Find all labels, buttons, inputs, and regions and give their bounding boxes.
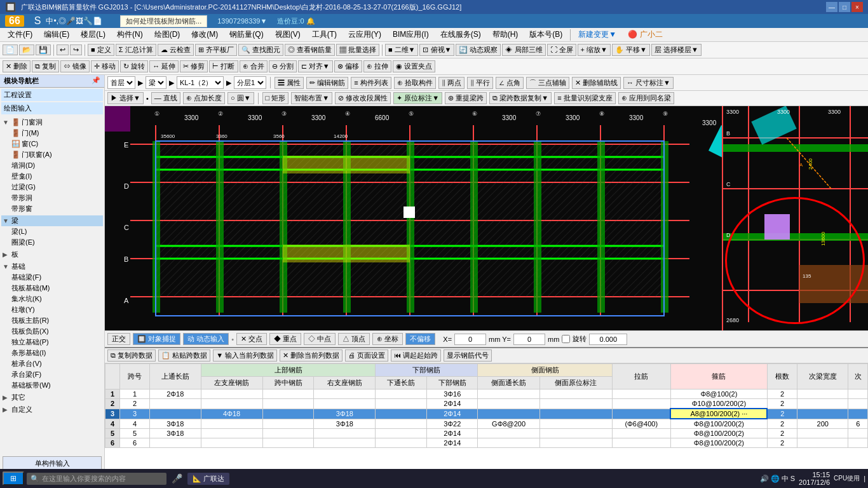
tree-slab[interactable]: ▶ 板 xyxy=(1,249,103,260)
fullscreen-btn[interactable]: ⛶ 全屏 xyxy=(547,44,576,56)
cell-side-cont-5[interactable] xyxy=(478,429,539,438)
intersection-snap[interactable]: ✕ 交点 xyxy=(236,333,267,345)
cell-stirrup-4[interactable]: Φ8@100/200(2) xyxy=(670,419,767,429)
cell-next-5[interactable] xyxy=(848,429,868,438)
cell-mid-3[interactable] xyxy=(262,409,314,419)
delete-btn[interactable]: ✕ 删除 xyxy=(3,60,31,72)
merge-btn[interactable]: ⊕ 合并 xyxy=(240,60,268,72)
tree-raft-foundation[interactable]: 筏板基础(M) xyxy=(1,283,103,294)
cell-stirrup-6[interactable]: Φ8@100/200(2) xyxy=(670,438,767,448)
cell-tie-1[interactable] xyxy=(612,390,670,399)
redo-btn[interactable]: ↪ xyxy=(70,44,82,55)
add-length-btn[interactable]: ⊕ 点加长度 xyxy=(183,92,225,104)
cloud-check-btn[interactable]: ☁ 云检查 xyxy=(158,44,194,56)
pull-btn[interactable]: ⊕ 拉伸 xyxy=(363,60,391,72)
cell-span-1[interactable]: 1 xyxy=(119,390,149,399)
original-label-btn[interactable]: ✦ 原位标注▼ xyxy=(393,92,442,104)
floor-select[interactable]: 首层 xyxy=(107,76,135,89)
dynamic-view-btn[interactable]: 🔄 动态观察 xyxy=(456,44,501,56)
raise-beam-btn[interactable]: ⊛ 重提梁跨 xyxy=(445,92,487,104)
cell-side-orig-2[interactable] xyxy=(539,399,612,409)
x-input[interactable] xyxy=(454,334,486,345)
open-btn[interactable]: 📂 xyxy=(19,44,34,55)
cell-next-1[interactable] xyxy=(848,390,868,399)
cell-side-cont-6[interactable] xyxy=(478,438,539,448)
menu-rebar-qty[interactable]: 钢筋量(Q) xyxy=(224,28,268,41)
smart-layout-btn[interactable]: 智能布置▼ xyxy=(291,92,332,104)
component-list-btn[interactable]: ≡ 构件列表 xyxy=(351,77,391,89)
extend-btn[interactable]: ↔ 延伸 xyxy=(149,60,179,72)
tree-custom[interactable]: ▶自定义 xyxy=(1,404,103,415)
cell-right-seat-1[interactable] xyxy=(314,390,376,399)
menu-cloud[interactable]: 云应用(Y) xyxy=(343,28,386,41)
modify-stage-btn[interactable]: ⊘ 修改改段属性 xyxy=(335,92,391,104)
cell-right-seat-6[interactable] xyxy=(314,438,376,448)
search-bar[interactable]: 🔍 在这里输入你要搜索的内容 xyxy=(27,473,166,485)
select-layer-btn[interactable]: 层 选择楼层▼ xyxy=(651,44,702,56)
cell-side-orig-6[interactable] xyxy=(539,438,612,448)
cell-beam-width-6[interactable] xyxy=(797,438,848,448)
cell-bot-steel-1[interactable]: 3Φ16 xyxy=(426,390,478,399)
menu-new-change[interactable]: 新建变更▼ xyxy=(573,28,621,41)
undo-btn[interactable]: ↩ xyxy=(57,44,69,55)
tree-beam[interactable]: ▼ 梁 xyxy=(1,215,103,226)
midpoint-snap[interactable]: ◇ 中点 xyxy=(304,333,336,345)
copy-span-data-btn[interactable]: ⧉ 复制跨数据 xyxy=(107,349,156,362)
tree-band-window[interactable]: 带形窗 xyxy=(1,203,103,214)
tree-raft-main-rebar[interactable]: 筏板主筋(R) xyxy=(1,315,103,326)
tree-door-window-combo[interactable]: 🚪门联窗(A) xyxy=(1,149,103,160)
show-desktop-btn[interactable]: | xyxy=(864,475,865,482)
cell-top-cont-2[interactable] xyxy=(150,399,201,409)
tree-raft-neg-rebar[interactable]: 筏板负筋(X) xyxy=(1,326,103,337)
menu-component[interactable]: 构件(N) xyxy=(112,28,148,41)
menu-file[interactable]: 文件(F) xyxy=(3,28,37,41)
tree-beam-l[interactable]: 梁(L) xyxy=(1,226,103,237)
cell-right-seat-2[interactable] xyxy=(314,399,376,409)
line-btn[interactable]: — 直线 xyxy=(151,92,180,104)
cell-count-1[interactable]: 2 xyxy=(767,390,797,399)
cell-tie-5[interactable] xyxy=(612,429,670,438)
cell-stirrup-2[interactable]: Φ10@100/200(2) xyxy=(670,399,767,409)
split-btn[interactable]: ⊖ 分割 xyxy=(269,60,297,72)
break-btn[interactable]: ⊢ 打断 xyxy=(209,60,238,72)
tree-window[interactable]: 🪟窗(C) xyxy=(1,139,103,149)
tree-foundation-beam[interactable]: 基础梁(F) xyxy=(1,272,103,283)
menu-floor[interactable]: 楼层(L) xyxy=(76,28,111,41)
sum-calc-btn[interactable]: Σ 汇总计算 xyxy=(116,44,156,56)
cell-bot-cont-2[interactable] xyxy=(376,399,427,409)
vertex-snap[interactable]: △ 顶点 xyxy=(338,333,370,345)
start-button[interactable]: ⊞ xyxy=(3,471,24,485)
menu-version[interactable]: 版本号(B) xyxy=(524,28,567,41)
cell-bot-cont-4[interactable] xyxy=(376,419,427,429)
define-btn[interactable]: ■ 定义 xyxy=(88,44,114,56)
cell-beam-width-2[interactable] xyxy=(797,399,848,409)
cell-beam-width-3[interactable] xyxy=(797,409,848,419)
tree-sump[interactable]: 集水坑(K) xyxy=(1,294,103,304)
tree-wall-hole[interactable]: 墙洞(D) xyxy=(1,160,103,171)
view-rebar-btn[interactable]: ◎ 查看钢筋量 xyxy=(285,44,335,56)
parallel-btn[interactable]: ∥ 平行 xyxy=(467,77,493,89)
rotate-input[interactable] xyxy=(589,334,627,345)
cell-side-cont-1[interactable] xyxy=(478,390,539,399)
rotate-btn[interactable]: ↻ 旋转 xyxy=(120,60,148,72)
cad-canvas[interactable]: 3300 3300 3300 6600 3300 3300 3300 E D C… xyxy=(105,106,868,330)
tree-niche[interactable]: 壁龛(I) xyxy=(1,171,103,182)
edit-rebar-btn[interactable]: ✏ 编辑钢筋 xyxy=(306,77,348,89)
cell-tie-3[interactable] xyxy=(612,409,670,419)
cell-bot-steel-2[interactable]: 2Φ14 xyxy=(426,399,478,409)
no-offset-btn[interactable]: 不偏移 xyxy=(405,333,435,345)
cell-left-seat-1[interactable] xyxy=(201,390,262,399)
show-rebar-code-btn[interactable]: 显示钢筋代号 xyxy=(444,349,492,362)
menu-tools[interactable]: 工具(T) xyxy=(307,28,342,41)
input-col-data-btn[interactable]: ▼ 输入当前列数据 xyxy=(213,349,277,362)
cell-top-cont-3[interactable] xyxy=(150,409,201,419)
zoom-in-btn[interactable]: + 缩放▼ xyxy=(578,44,611,56)
cell-right-seat-3[interactable]: 3Φ18 xyxy=(314,409,376,419)
cell-beam-width-5[interactable] xyxy=(797,429,848,438)
cell-count-2[interactable]: 2 xyxy=(767,399,797,409)
cell-mid-6[interactable] xyxy=(262,438,314,448)
cell-top-cont-6[interactable] xyxy=(150,438,201,448)
tree-isolated-found[interactable]: 独立基础(P) xyxy=(1,337,103,348)
rect-btn[interactable]: □ 矩形 xyxy=(262,92,289,104)
cell-side-cont-4[interactable]: GΦ8@200 xyxy=(478,419,539,429)
